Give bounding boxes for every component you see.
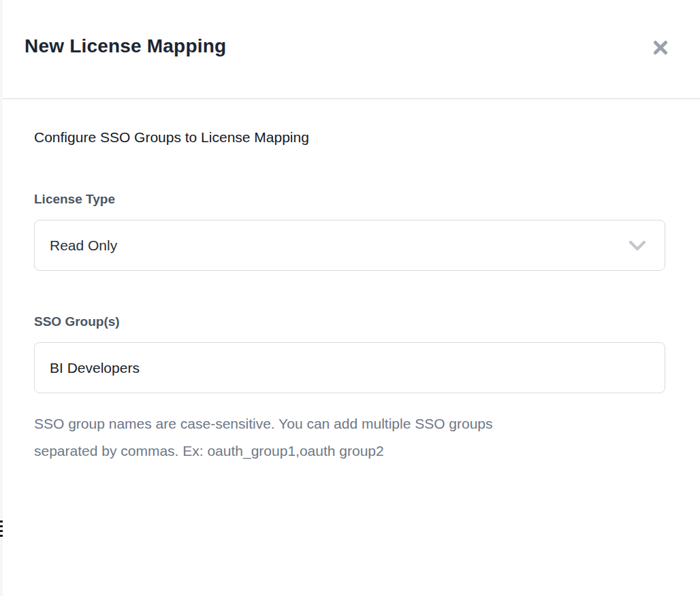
header-divider	[3, 98, 700, 99]
sso-groups-label: SSO Group(s)	[34, 314, 668, 330]
license-type-selected-value: Read Only	[50, 237, 117, 254]
license-type-label: License Type	[34, 191, 668, 208]
sso-groups-help-line: SSO group names are case-sensitive. You …	[34, 410, 668, 437]
new-license-mapping-dialog: New License Mapping Configure SSO Groups…	[3, 0, 700, 596]
license-type-select[interactable]: Read Only	[34, 220, 665, 271]
dialog-body: Configure SSO Groups to License Mapping …	[3, 128, 700, 465]
dialog-description: Configure SSO Groups to License Mapping	[34, 128, 668, 146]
sso-groups-help-line: separated by commas. Ex: oauth_group1,oa…	[34, 437, 668, 465]
sso-groups-help-text: SSO group names are case-sensitive. You …	[34, 410, 668, 465]
dialog-title: New License Mapping	[25, 34, 226, 59]
close-button[interactable]	[651, 38, 670, 57]
x-icon	[652, 39, 669, 56]
sso-groups-input[interactable]	[34, 342, 665, 393]
dialog-header: New License Mapping	[3, 0, 700, 98]
chevron-down-icon	[628, 240, 647, 251]
